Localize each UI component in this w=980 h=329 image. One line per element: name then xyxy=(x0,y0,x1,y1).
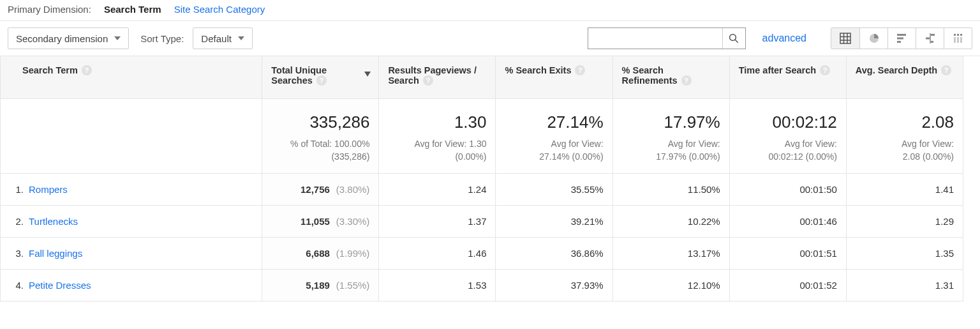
sort-type-dropdown[interactable]: Default xyxy=(193,27,253,49)
cell-term: 2.Turtlenecks xyxy=(1,206,262,238)
help-icon[interactable]: ? xyxy=(82,65,92,75)
summary-total-unique: 335,286 % of Total: 100.00%(335,286) xyxy=(262,99,379,174)
secondary-dimension-label: Secondary dimension xyxy=(16,33,108,44)
primary-dimension-active[interactable]: Search Term xyxy=(104,4,161,15)
col-header-search-refinements[interactable]: % Search Refinements? xyxy=(612,56,729,99)
pivot-icon xyxy=(953,33,964,44)
summary-row: 335,286 % of Total: 100.00%(335,286) 1.3… xyxy=(1,99,963,174)
search-term-link[interactable]: Turtlenecks xyxy=(29,216,78,227)
help-icon[interactable]: ? xyxy=(941,65,951,75)
cell-depth: 1.31 xyxy=(846,270,963,302)
search-icon xyxy=(728,33,739,44)
cell-refine: 12.10% xyxy=(612,270,729,302)
cell-refine: 10.22% xyxy=(612,206,729,238)
col-header-results-pageviews[interactable]: Results Pageviews / Search? xyxy=(379,56,496,99)
col-header-avg-search-depth[interactable]: Avg. Search Depth? xyxy=(846,56,963,99)
cell-refine: 11.50% xyxy=(612,174,729,206)
cell-unique: 5,189(1.55%) xyxy=(262,270,379,302)
help-icon[interactable]: ? xyxy=(820,65,830,75)
cell-time: 00:01:46 xyxy=(729,206,846,238)
view-pie-button[interactable] xyxy=(859,28,887,49)
sort-type-value: Default xyxy=(201,33,232,44)
sort-desc-icon xyxy=(364,72,371,77)
help-icon[interactable]: ? xyxy=(423,75,433,86)
svg-point-0 xyxy=(730,34,736,41)
row-number: 4. xyxy=(10,280,24,291)
cell-time: 00:01:52 xyxy=(729,270,846,302)
svg-rect-17 xyxy=(960,34,962,36)
view-comparison-button[interactable] xyxy=(916,28,944,49)
svg-rect-8 xyxy=(897,34,906,36)
summary-search-exits: 27.14% Avg for View:27.14% (0.00%) xyxy=(496,99,612,174)
sort-type-label: Sort Type: xyxy=(140,33,184,44)
svg-rect-12 xyxy=(931,34,935,36)
cell-rpv: 1.24 xyxy=(379,174,496,206)
cell-time: 00:01:51 xyxy=(729,238,846,270)
data-table: Search Term? Total Unique Searches? Resu… xyxy=(0,56,963,302)
svg-rect-13 xyxy=(926,38,930,40)
cell-rpv: 1.46 xyxy=(379,238,496,270)
table-row: 3.Fall leggings6,688(1.99%)1.4636.86%13.… xyxy=(1,238,963,270)
cell-unique: 6,688(1.99%) xyxy=(262,238,379,270)
search-term-link[interactable]: Fall leggings xyxy=(29,248,82,259)
table-row: 4.Petite Dresses5,189(1.55%)1.5337.93%12… xyxy=(1,270,963,302)
cell-term: 3.Fall leggings xyxy=(1,238,262,270)
cell-unique: 12,756(3.80%) xyxy=(262,174,379,206)
help-icon[interactable]: ? xyxy=(575,65,585,75)
cell-depth: 1.35 xyxy=(846,238,963,270)
view-pivot-button[interactable] xyxy=(944,28,972,49)
bar-list-icon xyxy=(896,33,909,44)
svg-rect-18 xyxy=(954,37,956,43)
row-number: 3. xyxy=(10,248,24,259)
col-header-total-unique-searches[interactable]: Total Unique Searches? xyxy=(262,56,379,99)
cell-exits: 37.93% xyxy=(496,270,612,302)
cell-depth: 1.41 xyxy=(846,174,963,206)
col-header-search-term[interactable]: Search Term? xyxy=(1,56,262,99)
svg-rect-19 xyxy=(957,37,959,43)
chevron-down-icon xyxy=(238,36,244,40)
primary-dimension-site-search-category[interactable]: Site Search Category xyxy=(174,4,265,15)
svg-rect-20 xyxy=(960,37,962,43)
cell-term: 4.Petite Dresses xyxy=(1,270,262,302)
cell-refine: 13.17% xyxy=(612,238,729,270)
view-performance-button[interactable] xyxy=(887,28,916,49)
cell-term: 1.Rompers xyxy=(1,174,262,206)
search-term-link[interactable]: Petite Dresses xyxy=(29,280,91,291)
row-number: 2. xyxy=(10,216,24,227)
summary-avg-depth: 2.08 Avg for View:2.08 (0.00%) xyxy=(846,99,963,174)
pie-chart-icon xyxy=(868,33,880,44)
table-row: 2.Turtlenecks11,055(3.30%)1.3739.21%10.2… xyxy=(1,206,963,238)
cell-depth: 1.29 xyxy=(846,206,963,238)
cell-exits: 39.21% xyxy=(496,206,612,238)
advanced-link[interactable]: advanced xyxy=(762,33,806,44)
table-search xyxy=(588,27,746,49)
svg-rect-16 xyxy=(957,34,959,36)
cell-exits: 36.86% xyxy=(496,238,612,270)
svg-rect-10 xyxy=(897,41,901,43)
table-header-row: Search Term? Total Unique Searches? Resu… xyxy=(1,56,963,99)
primary-dimension-row: Primary Dimension: Search Term Site Sear… xyxy=(0,0,980,18)
table-toolbar: Secondary dimension Sort Type: Default a… xyxy=(0,20,980,56)
search-term-link[interactable]: Rompers xyxy=(29,184,68,195)
cell-rpv: 1.53 xyxy=(379,270,496,302)
table-search-button[interactable] xyxy=(722,28,745,49)
summary-time-after: 00:02:12 Avg for View:00:02:12 (0.00%) xyxy=(729,99,846,174)
comparison-icon xyxy=(924,33,937,44)
cell-rpv: 1.37 xyxy=(379,206,496,238)
table-row: 1.Rompers12,756(3.80%)1.2435.55%11.50%00… xyxy=(1,174,963,206)
cell-exits: 35.55% xyxy=(496,174,612,206)
svg-rect-9 xyxy=(897,38,903,40)
cell-unique: 11,055(3.30%) xyxy=(262,206,379,238)
chevron-down-icon xyxy=(114,36,121,40)
table-search-input[interactable] xyxy=(588,28,722,49)
help-icon[interactable]: ? xyxy=(316,75,327,86)
view-table-button[interactable] xyxy=(831,28,859,49)
svg-rect-14 xyxy=(931,41,933,43)
primary-dimension-label: Primary Dimension: xyxy=(8,4,91,15)
col-header-search-exits[interactable]: % Search Exits? xyxy=(496,56,612,99)
col-header-time-after-search[interactable]: Time after Search? xyxy=(729,56,846,99)
secondary-dimension-dropdown[interactable]: Secondary dimension xyxy=(8,27,129,49)
summary-results-pageviews: 1.30 Avg for View: 1.30(0.00%) xyxy=(379,99,496,174)
cell-time: 00:01:50 xyxy=(729,174,846,206)
help-icon[interactable]: ? xyxy=(681,75,692,86)
